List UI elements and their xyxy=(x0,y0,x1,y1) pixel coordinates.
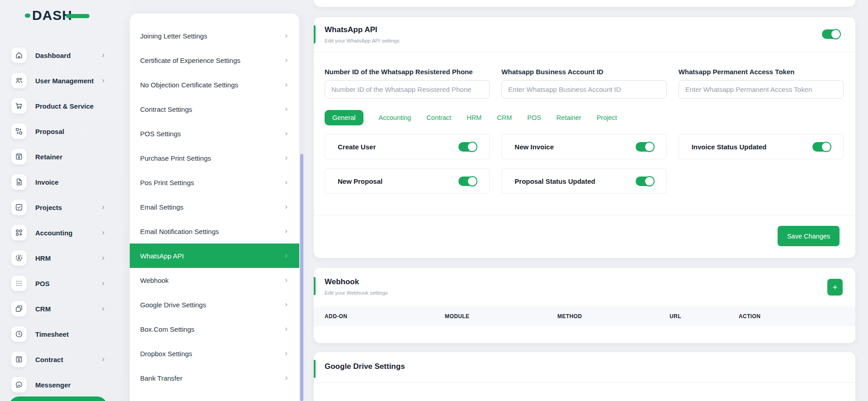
google-drive-card-title: Google Drive Settings xyxy=(325,362,405,371)
whatsapp-business-account-id-input[interactable] xyxy=(501,80,666,99)
sidebar-item-accounting[interactable]: Accounting xyxy=(0,220,130,245)
app-logo[interactable]: DASH xyxy=(25,6,90,24)
sidebar-item-label: HRM xyxy=(35,254,51,262)
floppy-icon xyxy=(11,149,27,164)
toggle-invoice-status-updated[interactable] xyxy=(812,142,830,152)
sidebar-item-label: POS xyxy=(35,280,50,287)
main-content: WhatsApp API Edit your WhatsApp API sett… xyxy=(314,0,855,401)
grid-plus-icon xyxy=(11,225,27,240)
toggle-create-user[interactable] xyxy=(458,142,476,152)
sidebar-item-projects[interactable]: Projects xyxy=(0,195,130,220)
settings-item-label: Dropbox Settings xyxy=(140,350,192,358)
field-number-id-of-the-whatsapp-resistered-phone: Number ID of the Whatsapp Resistered Pho… xyxy=(325,68,490,99)
tab-hrm[interactable]: HRM xyxy=(467,114,481,121)
toggle-new-proposal[interactable] xyxy=(458,177,476,186)
tab-pos[interactable]: POS xyxy=(527,114,541,121)
settings-item-purchase-print-settings[interactable]: Purchase Print Settings xyxy=(130,146,299,170)
settings-item-contract-settings[interactable]: Contract Settings xyxy=(130,97,299,121)
number-id-of-the-whatsapp-resistered-phone-input[interactable] xyxy=(325,80,490,99)
toggle-new-invoice[interactable] xyxy=(636,142,654,152)
whatsapp-permanent-access-token-input[interactable] xyxy=(679,80,844,99)
settings-item-pos-print-settings[interactable]: Pos Print Settings xyxy=(130,170,299,195)
card-accent-bar xyxy=(314,360,316,378)
settings-item-pos-settings[interactable]: POS Settings xyxy=(130,121,299,146)
settings-item-certificate-of-experience-settings[interactable]: Certificate of Experience Settings xyxy=(130,48,299,72)
settings-item-no-objection-certificate-settings[interactable]: No Objection Certificate Settings xyxy=(130,72,299,97)
whatsapp-enabled-toggle[interactable] xyxy=(822,29,840,39)
settings-item-whatsapp-api[interactable]: WhatsApp API xyxy=(130,243,299,268)
toggle-knob xyxy=(467,176,477,186)
field-label: Whatsapp Permanent Access Token xyxy=(679,68,844,76)
module-tabs: GeneralAccountingContractHRMCRMPOSRetain… xyxy=(325,110,617,125)
field-label: Whatsapp Business Account ID xyxy=(501,68,666,76)
settings-item-label: Box.Com Settings xyxy=(140,325,194,333)
sidebar-item-invoice[interactable]: Invoice xyxy=(0,169,130,195)
settings-item-dropbox-settings[interactable]: Dropbox Settings xyxy=(130,341,299,366)
settings-item-label: Certificate of Experience Settings xyxy=(140,57,241,64)
chevron-right-icon xyxy=(283,33,289,39)
card-accent-bar xyxy=(314,277,316,295)
settings-item-google-drive-settings[interactable]: Google Drive Settings xyxy=(130,292,299,317)
settings-item-label: Bank Transfer xyxy=(140,374,182,382)
chevron-right-icon xyxy=(283,155,289,161)
chevron-right-icon xyxy=(100,281,106,286)
notification-toggle-grid: Create UserNew InvoiceInvoice Status Upd… xyxy=(325,134,844,194)
sidebar-item-label: Retainer xyxy=(35,153,62,161)
tab-project[interactable]: Project xyxy=(597,114,617,121)
sidebar-item-contract[interactable]: Contract xyxy=(0,347,130,372)
settings-item-webhook[interactable]: Webhook xyxy=(130,268,299,292)
chevron-right-icon xyxy=(283,253,289,259)
tab-crm[interactable]: CRM xyxy=(497,114,512,121)
column-header-add-on: ADD-ON xyxy=(325,313,445,320)
sidebar-item-hrm[interactable]: HRM xyxy=(0,245,130,271)
field-label: Number ID of the Whatsapp Resistered Pho… xyxy=(325,68,490,76)
settings-item-joining-letter-settings[interactable]: Joining Letter Settings xyxy=(130,24,299,48)
tab-accounting[interactable]: Accounting xyxy=(379,114,411,121)
settings-panel: Joining Letter SettingsCertificate of Ex… xyxy=(130,14,299,401)
sidebar-item-product-service[interactable]: Product & Service xyxy=(0,93,130,119)
settings-item-box-com-settings[interactable]: Box.Com Settings xyxy=(130,317,299,341)
sidebar-item-proposal[interactable]: Proposal xyxy=(0,119,130,144)
chevron-right-icon xyxy=(283,277,289,283)
logo-dash-accent xyxy=(66,14,90,18)
toggle-knob xyxy=(644,142,655,152)
tab-general[interactable]: General xyxy=(325,110,363,125)
column-header-action: ACTION xyxy=(739,313,844,320)
chevron-right-icon xyxy=(283,229,289,234)
sidebar-item-dashboard[interactable]: Dashboard xyxy=(0,43,130,68)
settings-item-label: Joining Letter Settings xyxy=(140,32,207,40)
column-header-method: METHOD xyxy=(557,313,670,320)
sidebar-item-retainer[interactable]: Retainer xyxy=(0,144,130,169)
header-divider xyxy=(314,382,855,383)
footer-divider xyxy=(314,215,855,215)
toggle-card-new-proposal: New Proposal xyxy=(325,168,490,194)
chevron-right-icon xyxy=(100,306,106,312)
whatsapp-fields: Number ID of the Whatsapp Resistered Pho… xyxy=(325,68,844,99)
settings-item-label: Email Settings xyxy=(140,203,184,211)
copy-icon xyxy=(11,301,27,316)
toggle-label: New Proposal xyxy=(338,177,382,185)
sidebar-item-pos[interactable]: POS xyxy=(0,271,130,296)
sidebar-item-messenger[interactable]: Messenger xyxy=(0,372,130,397)
chevron-right-icon xyxy=(283,180,289,186)
sidebar-item-timesheet[interactable]: Timesheet xyxy=(0,321,130,347)
sidebar-bottom-button[interactable] xyxy=(9,396,107,401)
toggle-card-proposal-status-updated: Proposal Status Updated xyxy=(501,168,666,194)
toggle-knob xyxy=(644,176,655,186)
field-whatsapp-business-account-id: Whatsapp Business Account ID xyxy=(501,68,666,99)
panel-scrollbar[interactable] xyxy=(300,154,303,401)
chevron-right-icon xyxy=(283,82,289,88)
sidebar-item-crm[interactable]: CRM xyxy=(0,296,130,321)
sidebar-item-user-management[interactable]: User Management xyxy=(0,68,130,93)
settings-item-email-settings[interactable]: Email Settings xyxy=(130,195,299,219)
settings-item-bank-transfer[interactable]: Bank Transfer xyxy=(130,366,299,390)
settings-item-label: Contract Settings xyxy=(140,105,192,113)
settings-item-label: Webhook xyxy=(140,277,169,284)
add-webhook-button[interactable]: + xyxy=(827,279,843,296)
tab-retainer[interactable]: Retainer xyxy=(557,114,581,121)
toggle-proposal-status-updated[interactable] xyxy=(636,177,654,186)
tab-contract[interactable]: Contract xyxy=(426,114,451,121)
save-changes-button[interactable]: Save Changes xyxy=(778,226,840,246)
settings-item-email-notification-settings[interactable]: Email Notification Settings xyxy=(130,219,299,243)
left-sidebar: DASH DashboardUser ManagementProduct & S… xyxy=(0,0,130,401)
